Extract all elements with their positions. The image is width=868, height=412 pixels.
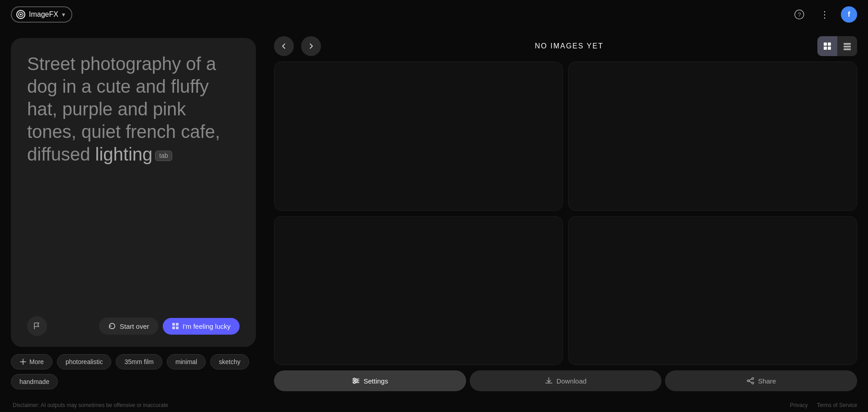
svg-point-20 [354,382,355,384]
image-cell-3[interactable] [274,216,563,365]
more-icon: ⋮ [820,9,829,20]
action-buttons: Start over I'm feeling lucky [99,317,240,335]
svg-rect-9 [828,43,831,46]
style-chip-photorealistic[interactable]: photorealistic [57,354,112,369]
list-view-button[interactable] [837,36,857,56]
logo-icon [16,10,25,19]
settings-button[interactable]: Settings [274,370,466,391]
grid-view-button[interactable] [817,36,837,56]
footer: Disclaimer: AI outputs may sometimes be … [0,398,868,412]
header-left: ImageFX ▾ [11,6,72,23]
start-over-label: Start over [120,322,149,330]
feeling-lucky-button[interactable]: I'm feeling lucky [163,318,240,335]
image-cell-2[interactable] [568,62,857,211]
right-panel: NO IMAGES YET [267,29,868,398]
svg-rect-6 [172,327,175,329]
share-label: Share [758,377,776,385]
more-chip-label: More [29,358,44,365]
footer-links: Privacy Terms of Service [790,402,857,408]
svg-text:?: ? [797,11,801,18]
svg-rect-5 [176,323,179,326]
feeling-lucky-label: I'm feeling lucky [183,322,231,330]
image-header: NO IMAGES YET [274,36,857,56]
svg-rect-11 [828,47,831,50]
svg-rect-4 [172,323,175,326]
no-images-title: NO IMAGES YET [328,42,810,50]
prompt-text: Street photography of a dog in a cute an… [27,52,240,307]
svg-rect-14 [844,48,851,50]
svg-point-1 [20,14,22,15]
tab-badge: tab [155,151,172,161]
download-label: Download [557,377,587,385]
flag-button[interactable] [27,316,47,336]
image-cell-1[interactable] [274,62,563,211]
image-cell-4[interactable] [568,216,857,365]
logo-button[interactable]: ImageFX ▾ [11,6,72,23]
chevron-down-icon: ▾ [62,11,65,18]
privacy-link[interactable]: Privacy [790,402,807,408]
terms-link[interactable]: Terms of Service [817,402,857,408]
svg-rect-12 [844,43,851,45]
view-toggle [817,36,857,56]
more-options-button[interactable]: ⋮ [816,5,834,24]
disclaimer-text: Disclaimer: AI outputs may sometimes be … [11,402,170,408]
left-panel: Street photography of a dog in a cute an… [0,29,267,398]
app-name: ImageFX [29,10,58,19]
svg-rect-7 [176,327,179,329]
style-chip-minimal[interactable]: minimal [167,354,206,369]
header: ImageFX ▾ ? ⋮ f [0,0,868,29]
share-button[interactable]: Share [665,370,857,391]
prompt-box[interactable]: Street photography of a dog in a cute an… [11,38,256,347]
avatar[interactable]: f [841,6,857,23]
help-button[interactable]: ? [790,5,808,24]
svg-rect-8 [824,43,827,46]
style-chip-handmade[interactable]: handmade [11,374,58,389]
svg-point-19 [356,380,358,382]
main-content: Street photography of a dog in a cute an… [0,29,868,398]
start-over-button[interactable]: Start over [99,317,158,335]
svg-point-18 [354,378,355,380]
prev-button[interactable] [274,36,294,56]
svg-rect-13 [844,46,851,47]
style-chip-sketchy[interactable]: sketchy [210,354,249,369]
header-right: ? ⋮ f [790,5,857,24]
download-button[interactable]: Download [470,370,662,391]
image-grid [274,62,857,365]
next-button[interactable] [301,36,321,56]
prompt-highlight: lighting [95,144,153,164]
more-chip[interactable]: More [11,354,52,369]
style-chip-35mm[interactable]: 35mm film [116,354,162,369]
prompt-actions: Start over I'm feeling lucky [27,316,240,336]
style-chips: More photorealistic 35mm film minimal sk… [11,354,256,389]
settings-label: Settings [363,377,388,385]
svg-rect-10 [824,47,827,50]
action-bar: Settings Download Share [274,370,857,391]
